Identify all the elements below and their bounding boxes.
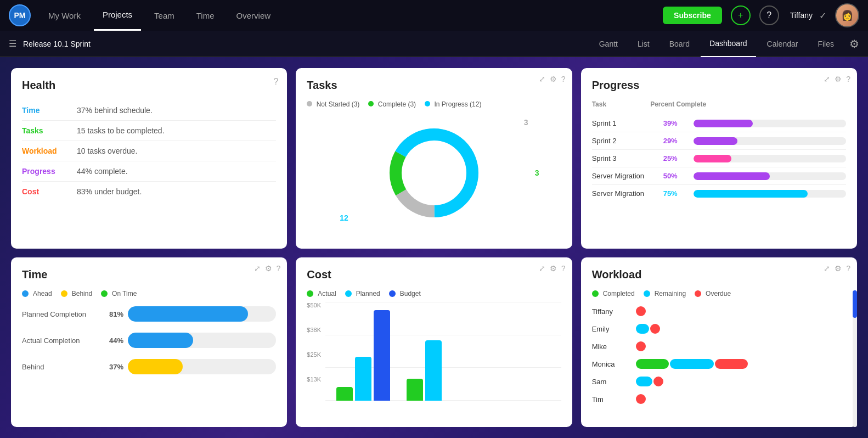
health-cost-label: Cost	[22, 187, 77, 196]
tasks-settings-icon[interactable]: ⚙	[550, 75, 557, 83]
legend-completed: Completed	[592, 290, 635, 297]
dashboard: Health ? Time 37% behind schedule. Tasks…	[0, 57, 868, 438]
health-help-icon[interactable]: ?	[273, 77, 278, 87]
cost-bar-group-1	[336, 310, 390, 401]
tasks-card-icons: ⤢ ⚙ ?	[539, 75, 566, 83]
progress-settings-icon[interactable]: ⚙	[835, 75, 842, 83]
workload-name-emily: Emily	[592, 325, 636, 333]
cost-bar-actual-1	[336, 387, 353, 401]
legend-not-started: Not Started (3)	[307, 100, 359, 108]
subscribe-button[interactable]: Subscribe	[663, 7, 722, 24]
legend-budget: Budget	[389, 290, 421, 297]
legend-overdue: Overdue	[695, 290, 731, 297]
progress-fill-sprint2	[694, 137, 738, 145]
progress-col-pct: Percent Complete	[650, 100, 706, 108]
nav-projects[interactable]: Projects	[94, 0, 141, 31]
tasks-card: Tasks ⤢ ⚙ ? Not Started (3) Complete (3)…	[296, 68, 572, 249]
workload-name-tim: Tim	[592, 395, 636, 403]
menu-icon[interactable]: ☰	[9, 38, 16, 49]
time-expand-icon[interactable]: ⤢	[254, 264, 261, 273]
progress-row-server1: Server Migration 50%	[592, 167, 846, 185]
legend-ontime: On Time	[101, 290, 137, 297]
legend-in-progress: In Progress (12)	[425, 100, 481, 108]
tab-gantt[interactable]: Gantt	[590, 31, 627, 57]
workload-row-emily: Emily	[592, 324, 846, 334]
add-button[interactable]: +	[731, 5, 751, 25]
time-behind: Behind 37%	[22, 359, 276, 374]
nav-my-work[interactable]: My Work	[40, 0, 89, 31]
workload-scrollbar[interactable]	[853, 290, 857, 427]
cost-y-axis: $50K $38K $25K $13K	[307, 302, 325, 401]
tab-dashboard[interactable]: Dashboard	[701, 31, 756, 57]
nav-time[interactable]: Time	[188, 0, 223, 31]
progress-task-server1: Server Migration	[592, 172, 663, 180]
health-tasks-label: Tasks	[22, 126, 77, 135]
progress-pct-sprint1: 39%	[663, 119, 694, 127]
tasks-help-icon[interactable]: ?	[561, 75, 566, 83]
nav-overview[interactable]: Overview	[228, 0, 280, 31]
workload-overdue-monica	[715, 359, 748, 369]
cost-title: Cost	[307, 268, 561, 281]
time-actual-bar-fill	[128, 333, 193, 348]
time-actual-label: Actual Completion	[22, 336, 104, 345]
help-button[interactable]: ?	[759, 5, 779, 25]
health-title: Health	[22, 79, 276, 92]
health-tasks-value: 15 tasks to be completed.	[77, 126, 165, 135]
workload-overdue-emily	[650, 324, 660, 334]
user-check-icon[interactable]: ✓	[819, 10, 826, 21]
legend-planned: Planned	[345, 290, 380, 297]
tasks-expand-icon[interactable]: ⤢	[539, 75, 545, 83]
tab-board[interactable]: Board	[661, 31, 698, 57]
health-progress-value: 44% complete.	[77, 167, 128, 176]
cost-bar-planned-1	[355, 357, 371, 401]
cost-help-icon[interactable]: ?	[561, 264, 566, 273]
progress-pct-server2: 75%	[663, 189, 694, 198]
time-behind-pct: 37%	[104, 363, 123, 371]
tab-calendar[interactable]: Calendar	[758, 31, 807, 57]
health-workload-label: Workload	[22, 147, 77, 155]
health-progress: Progress 44% complete.	[22, 161, 276, 182]
workload-scrollbar-thumb[interactable]	[853, 290, 857, 318]
cost-bar-planned-2	[425, 340, 442, 401]
workload-completed-monica	[636, 359, 669, 369]
time-planned-pct: 81%	[104, 310, 123, 318]
health-tasks: Tasks 15 tasks to be completed.	[22, 121, 276, 141]
time-behind-bar-wrap: 37%	[104, 359, 276, 374]
legend-actual: Actual	[307, 290, 336, 297]
health-time: Time 37% behind schedule.	[22, 100, 276, 121]
health-items: Time 37% behind schedule. Tasks 15 tasks…	[22, 100, 276, 201]
progress-help-icon[interactable]: ?	[846, 75, 850, 83]
progress-fill-server2	[694, 190, 808, 198]
progress-header: Task Percent Complete	[592, 100, 846, 108]
progress-title: Progress	[592, 79, 846, 92]
workload-name-sam: Sam	[592, 378, 636, 386]
settings-icon[interactable]: ⚙	[849, 37, 859, 50]
progress-expand-icon[interactable]: ⤢	[824, 75, 830, 83]
cost-expand-icon[interactable]: ⤢	[539, 264, 545, 273]
progress-row-server2: Server Migration 75%	[592, 185, 846, 202]
tab-list[interactable]: List	[629, 31, 658, 57]
time-help-icon[interactable]: ?	[277, 264, 281, 273]
cost-bars	[325, 310, 561, 401]
donut-notstarted-label: 3	[524, 118, 528, 127]
time-planned-label: Planned Completion	[22, 310, 104, 318]
workload-expand-icon[interactable]: ⤢	[824, 264, 830, 273]
workload-bars-tim	[636, 394, 646, 404]
workload-settings-icon[interactable]: ⚙	[835, 264, 842, 273]
nav-team[interactable]: Team	[145, 0, 183, 31]
tab-files[interactable]: Files	[809, 31, 843, 57]
cost-bar-budget-1	[374, 310, 390, 401]
logo: PM	[9, 4, 31, 26]
cost-card-icons: ⤢ ⚙ ?	[539, 264, 566, 273]
progress-pct-sprint3: 25%	[663, 154, 694, 162]
workload-remaining-monica	[670, 359, 714, 369]
workload-help-icon[interactable]: ?	[846, 264, 850, 273]
progress-bar-server1	[694, 172, 846, 180]
workload-overdue-tim	[636, 394, 646, 404]
health-workload: Workload 10 tasks overdue.	[22, 141, 276, 161]
cost-settings-icon[interactable]: ⚙	[550, 264, 557, 273]
user-name: Tiffany	[790, 11, 813, 20]
time-settings-icon[interactable]: ⚙	[265, 264, 272, 273]
legend-remaining: Remaining	[644, 290, 686, 297]
time-card-icons: ⤢ ⚙ ?	[254, 264, 281, 273]
